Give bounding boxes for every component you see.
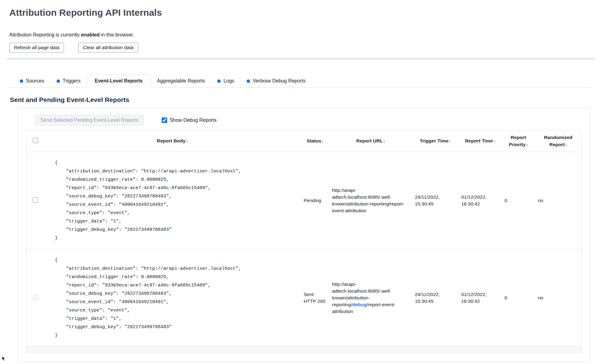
trigger-time: 24/11/2022, 15:30:45	[412, 249, 459, 347]
show-debug-toggle[interactable]: Show Debug Reports	[162, 117, 217, 123]
column-header-report-priority[interactable]: Report Priority↕	[502, 130, 535, 152]
report-url: http://arapi-adtech.localhost:8085/.well…	[329, 249, 412, 347]
tab-aggregatable-reports[interactable]: Aggregatable Reports	[151, 75, 211, 87]
row-select-checkbox	[33, 295, 38, 300]
table-header-row: Report Body↕ Status↕ Report URL↕ Trigger…	[27, 130, 582, 152]
tab-sources[interactable]: Sources	[14, 75, 50, 87]
randomized-report: no	[535, 152, 582, 249]
report-body-cell: { "attribution_destination": "http://ara…	[44, 249, 301, 347]
status-suffix: in this browser.	[100, 32, 134, 37]
sort-icon: ↕	[493, 139, 495, 143]
blue-dot-icon	[247, 79, 250, 83]
column-header-randomized-report[interactable]: Randomized Report↕	[535, 130, 582, 152]
report-controls: Send Selected Pending Event-Level Report…	[35, 115, 582, 126]
tab-label: Sources	[26, 78, 44, 84]
select-all-checkbox[interactable]	[33, 138, 38, 143]
debug-link[interactable]: debug	[352, 302, 367, 307]
tab-label: Logs	[223, 78, 234, 84]
tab-label: Event-Level Reports	[95, 78, 143, 84]
column-header-trigger-time[interactable]: Trigger Time↕	[412, 130, 459, 152]
status-prefix: Attribution Reporting is currently	[9, 32, 81, 37]
report-status: Pending	[301, 152, 329, 249]
sort-icon: ↕	[449, 139, 451, 143]
report-priority: 0	[502, 152, 535, 249]
tab-verbose-debug-reports[interactable]: Verbose Debug Reports	[240, 75, 312, 87]
tab-label: Verbose Debug Reports	[253, 78, 306, 84]
clear-all-button[interactable]: Clear all attribution data	[78, 43, 138, 53]
tab-event-level-reports[interactable]: Event-Level Reports	[87, 74, 151, 88]
reports-table: Report Body↕ Status↕ Report URL↕ Trigger…	[26, 130, 582, 353]
row-select-cell	[27, 152, 44, 249]
divider	[7, 59, 595, 59]
tab-label: Aggregatable Reports	[157, 78, 205, 84]
sort-icon: ↕	[186, 139, 188, 143]
column-header-report-url[interactable]: Report URL↕	[329, 130, 412, 152]
reports-panel: Send Selected Pending Event-Level Report…	[18, 108, 590, 362]
column-header-report-body[interactable]: Report Body↕	[44, 130, 301, 152]
select-all-header	[27, 130, 44, 152]
page-title: Attribution Reporting API Internals	[9, 7, 591, 18]
sort-icon: ↕	[321, 139, 324, 143]
api-status-text: Attribution Reporting is currently enabl…	[9, 32, 591, 38]
row-select-checkbox[interactable]	[33, 197, 38, 203]
section-title: Sent and Pending Event-Level Reports	[10, 96, 591, 104]
report-time: 01/12/2022, 16:30:42	[459, 152, 502, 249]
report-body-json: { "attribution_destination": "http://ara…	[44, 152, 301, 249]
table-row: { "attribution_destination": "http://ara…	[27, 152, 582, 249]
blue-dot-icon	[57, 79, 60, 83]
tab-strip: Sources Triggers Event-Level Reports Agg…	[9, 74, 591, 88]
refresh-all-button[interactable]: Refresh all page data	[9, 43, 64, 53]
attribution-internals-page: Attribution Reporting API Internals Attr…	[0, 0, 602, 364]
sort-icon: ↕	[565, 142, 567, 147]
mouse-cursor-icon	[2, 356, 6, 361]
show-debug-label: Show Debug Reports	[170, 117, 217, 123]
report-time: 01/12/2022, 16:30:42	[459, 249, 502, 347]
tab-logs[interactable]: Logs	[211, 75, 240, 87]
sort-icon: ↕	[383, 139, 385, 143]
report-url: http://arapi-adtech.localhost:8085/.well…	[329, 152, 412, 249]
top-button-row: Refresh all page data Clear all attribut…	[9, 43, 591, 53]
show-debug-checkbox[interactable]	[162, 117, 167, 123]
report-priority: 0	[502, 249, 535, 347]
report-body-json: { "attribution_destination": "http://ara…	[44, 249, 301, 346]
send-selected-button: Send Selected Pending Event-Level Report…	[35, 115, 144, 126]
blue-dot-icon	[217, 79, 221, 83]
table-row: { "attribution_destination": "http://ara…	[27, 249, 582, 347]
report-body-cell: { "attribution_destination": "http://ara…	[44, 152, 301, 249]
row-select-cell	[27, 249, 44, 347]
sort-icon: ↕	[526, 142, 528, 147]
trigger-time: 24/11/2022, 15:30:45	[412, 152, 459, 249]
status-enabled-text: enabled	[81, 32, 100, 37]
tab-triggers[interactable]: Triggers	[50, 75, 87, 87]
column-header-status[interactable]: Status↕	[301, 130, 329, 152]
blue-dot-icon	[20, 79, 23, 83]
column-header-report-time[interactable]: Report Time↕	[459, 130, 502, 152]
report-status: Sent: HTTP 200	[301, 249, 329, 347]
tab-label: Triggers	[63, 78, 81, 84]
randomized-report: no	[535, 249, 582, 347]
table-footer	[27, 347, 582, 353]
